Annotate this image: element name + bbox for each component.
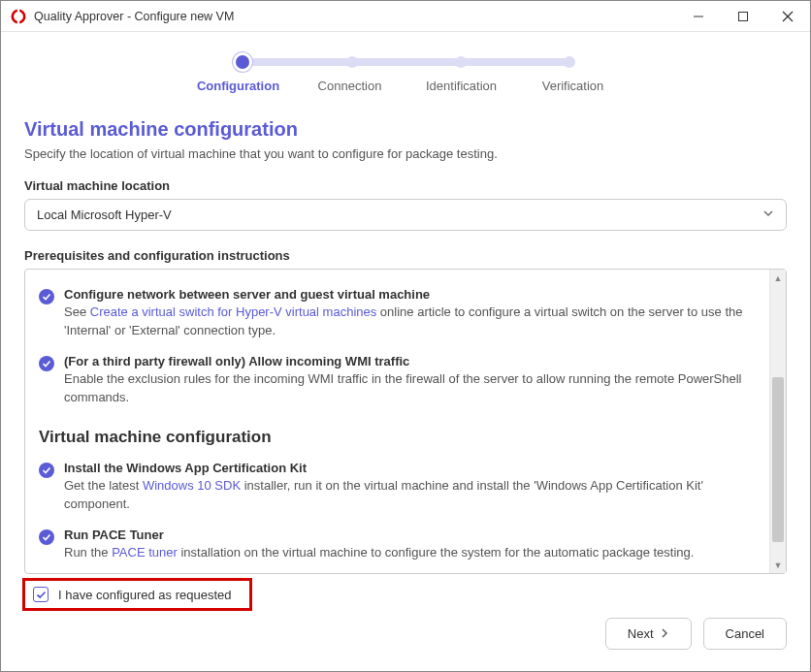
titlebar-left: Quality Approver - Configure new VM (11, 9, 234, 24)
close-button[interactable] (765, 1, 810, 32)
prereq-item: Configure network between server and gue… (39, 287, 756, 340)
main-content: Configuration Connection Identification … (1, 32, 810, 574)
stepper-label-identification[interactable]: Identification (406, 79, 517, 93)
prereq-item: Run PACE Tuner Run the PACE tuner instal… (39, 528, 756, 562)
prereq-item: (For a third party firewall only) Allow … (39, 354, 756, 407)
svg-rect-2 (17, 20, 19, 24)
chevron-down-icon (762, 208, 774, 222)
vm-location-value: Local Microsoft Hyper-V (37, 208, 172, 222)
link-pace-tuner[interactable]: PACE tuner (112, 545, 178, 560)
chevron-right-icon (660, 626, 669, 641)
window-controls (676, 1, 810, 32)
page-title: Virtual machine configuration (24, 118, 787, 141)
prereq-item: Install the Windows App Certification Ki… (39, 461, 756, 514)
check-icon (39, 356, 54, 371)
confirm-highlight: I have configured as requested (22, 578, 252, 611)
window-title: Quality Approver - Configure new VM (34, 10, 234, 23)
prereq-label: Prerequisites and configuration instruct… (24, 248, 787, 263)
check-icon (39, 289, 54, 304)
svg-rect-4 (739, 12, 748, 20)
section-heading-vm-config: Virtual machine configuration (39, 428, 756, 447)
cancel-button-label: Cancel (726, 626, 764, 641)
stepper-line (242, 58, 569, 66)
confirm-label: I have configured as requested (58, 588, 232, 602)
prereq-item-title: (For a third party firewall only) Allow … (64, 354, 756, 368)
confirm-checkbox[interactable] (33, 587, 49, 602)
confirm-checkbox-row[interactable]: I have configured as requested (33, 587, 232, 602)
link-create-virtual-switch[interactable]: Create a virtual switch for Hyper-V virt… (90, 304, 377, 319)
minimize-button[interactable] (676, 1, 721, 32)
stepper-labels: Configuration Connection Identification … (182, 79, 629, 93)
prereq-item-desc: Run the PACE tuner installation on the v… (64, 544, 756, 562)
prereq-item-title: Run PACE Tuner (64, 528, 756, 542)
vm-location-label: Virtual machine location (24, 178, 787, 193)
maximize-button[interactable] (721, 1, 765, 32)
check-icon (39, 529, 54, 545)
app-icon (11, 9, 26, 24)
vm-location-dropdown[interactable]: Local Microsoft Hyper-V (24, 199, 787, 231)
prereq-item-desc: Enable the exclusion rules for the incom… (64, 370, 756, 407)
check-icon (39, 463, 54, 478)
prereq-item-desc: See Create a virtual switch for Hyper-V … (64, 304, 756, 340)
titlebar: Quality Approver - Configure new VM (1, 1, 810, 32)
stepper-label-configuration[interactable]: Configuration (182, 79, 294, 93)
prereq-box: Configure network between server and gue… (24, 269, 787, 574)
stepper-track (236, 55, 575, 69)
scrollbar[interactable]: ▲ ▼ (769, 270, 786, 573)
wizard-stepper: Configuration Connection Identification … (24, 55, 787, 93)
svg-rect-1 (17, 9, 19, 13)
scroll-up-icon[interactable]: ▲ (770, 270, 786, 286)
stepper-dot-identification[interactable] (455, 56, 467, 68)
stepper-dot-verification[interactable] (564, 56, 575, 68)
scrollbar-thumb[interactable] (772, 377, 784, 542)
link-windows-10-sdk[interactable]: Windows 10 SDK (143, 478, 241, 493)
prereq-item-title: Configure network between server and gue… (64, 287, 756, 302)
stepper-label-verification[interactable]: Verification (517, 79, 629, 93)
stepper-dot-connection[interactable] (346, 56, 358, 68)
next-button-label: Next (628, 626, 654, 641)
prereq-scroll-area[interactable]: Configure network between server and gue… (25, 270, 769, 573)
prereq-item-title: Install the Windows App Certification Ki… (64, 461, 756, 475)
stepper-label-connection[interactable]: Connection (294, 79, 406, 93)
stepper-dot-configuration[interactable] (236, 55, 249, 69)
scrollbar-track[interactable] (770, 286, 786, 557)
prereq-item-desc: Get the latest Windows 10 SDK installer,… (64, 477, 756, 514)
cancel-button[interactable]: Cancel (703, 618, 787, 650)
next-button[interactable]: Next (605, 618, 692, 650)
scroll-down-icon[interactable]: ▼ (770, 557, 786, 573)
page-subtitle: Specify the location of virtual machine … (24, 146, 787, 161)
footer-buttons: Next Cancel (605, 618, 787, 650)
